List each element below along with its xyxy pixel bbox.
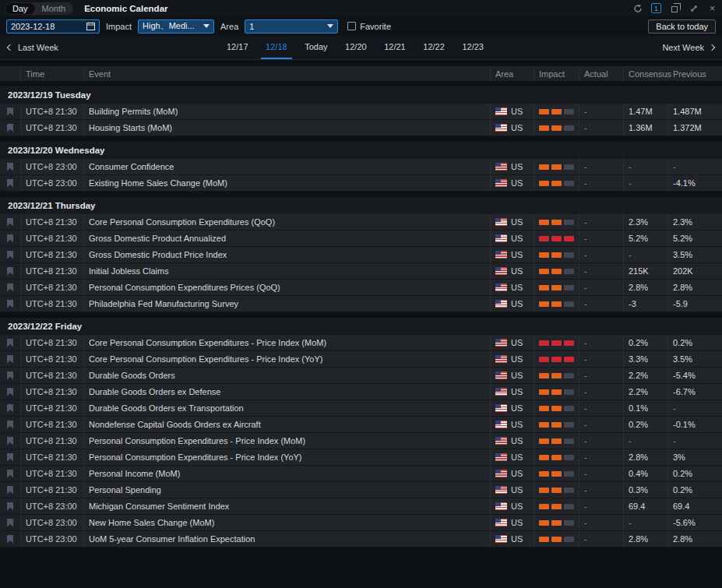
actual-value: - <box>579 120 624 136</box>
week-day-12-18[interactable]: 12/18 <box>261 36 292 59</box>
week-day-12-20[interactable]: 12/20 <box>340 36 372 59</box>
event-row[interactable]: UTC+8 21:30Building Permits (MoM)US-1.47… <box>0 104 722 120</box>
impact-bar <box>539 488 549 493</box>
bookmark-icon[interactable] <box>7 421 13 429</box>
impact-bar <box>539 438 549 444</box>
tab-day[interactable]: Day <box>5 3 35 14</box>
impact-medium-indicator <box>539 455 574 460</box>
bookmark-icon[interactable] <box>7 339 13 347</box>
bookmark-icon[interactable] <box>7 470 13 478</box>
impact-cell <box>534 368 579 383</box>
area-cell: US <box>491 400 534 416</box>
bookmark-icon[interactable] <box>7 437 13 445</box>
event-row[interactable]: UTC+8 21:30Personal Consumption Expendit… <box>0 280 722 296</box>
bookmark-icon[interactable] <box>7 388 13 396</box>
event-row[interactable]: UTC+8 23:00UoM 5-year Consumer Inflation… <box>0 531 722 548</box>
impact-select[interactable]: High、Medi... <box>138 19 214 33</box>
previous-value: -5.9 <box>668 296 722 312</box>
event-row[interactable]: UTC+8 21:30Nondefense Capital Goods Orde… <box>0 417 722 433</box>
event-row[interactable]: UTC+8 21:30Gross Domestic Product Annual… <box>0 231 722 247</box>
bookmark-cell <box>0 400 21 416</box>
actual-value: - <box>579 335 624 350</box>
event-row[interactable]: UTC+8 23:00Michigan Consumer Sentiment I… <box>0 498 722 515</box>
back-to-today-button[interactable]: Back to today <box>648 19 716 33</box>
event-time: UTC+8 21:30 <box>21 384 84 400</box>
event-row[interactable]: UTC+8 21:30Housing Starts (MoM)US-1.36M1… <box>0 120 722 136</box>
consensus-value: 2.8% <box>624 531 668 547</box>
impact-bar <box>564 340 574 346</box>
favorite-filter[interactable]: Favorite <box>347 22 391 31</box>
week-day-today[interactable]: Today <box>300 36 332 59</box>
impact-cell <box>534 247 579 262</box>
refresh-icon[interactable] <box>632 3 643 13</box>
bookmark-icon[interactable] <box>7 267 13 276</box>
event-name: Building Permits (MoM) <box>84 104 491 119</box>
event-row[interactable]: UTC+8 21:30Personal Income (MoM)US-0.4%0… <box>0 466 722 482</box>
event-row[interactable]: UTC+8 21:30Initial Jobless ClaimsUS-215K… <box>0 263 722 280</box>
event-row[interactable]: UTC+8 21:30Core Personal Consumption Exp… <box>0 351 722 368</box>
event-row[interactable]: UTC+8 23:00New Home Sales Change (MoM)US… <box>0 515 722 531</box>
date-picker-input[interactable]: 2023-12-18 <box>6 19 100 33</box>
impact-medium-indicator <box>539 471 574 477</box>
window-count-badge[interactable]: 1 <box>651 3 661 13</box>
impact-bar <box>564 164 574 170</box>
impact-cell <box>534 515 579 530</box>
us-flag-icon <box>495 453 507 461</box>
event-time: UTC+8 21:30 <box>21 351 84 367</box>
bookmark-icon[interactable] <box>7 179 13 188</box>
header-previous: Previous <box>668 66 722 81</box>
event-row[interactable]: UTC+8 23:00Existing Home Sales Change (M… <box>0 175 722 192</box>
bookmark-icon[interactable] <box>7 535 13 544</box>
impact-bar <box>564 181 574 186</box>
bookmark-icon[interactable] <box>7 486 13 495</box>
impact-bar <box>551 422 562 428</box>
bookmark-icon[interactable] <box>7 404 13 413</box>
event-row[interactable]: UTC+8 21:30Core Personal Consumption Exp… <box>0 335 722 351</box>
event-row[interactable]: UTC+8 21:30Philadelphia Fed Manufacturin… <box>0 296 722 312</box>
event-row[interactable]: UTC+8 21:30Durable Goods Orders ex Defen… <box>0 384 722 400</box>
actual-value: - <box>579 449 624 465</box>
us-flag-icon <box>495 267 507 275</box>
close-icon[interactable]: × <box>707 3 717 13</box>
next-week-button[interactable]: Next Week <box>662 43 714 52</box>
event-row[interactable]: UTC+8 23:00Consumer ConfidenceUS--- <box>0 159 722 175</box>
bookmark-icon[interactable] <box>7 283 13 292</box>
area-cell: US <box>491 384 534 400</box>
bookmark-icon[interactable] <box>7 218 13 227</box>
bookmark-icon[interactable] <box>7 502 13 511</box>
event-row[interactable]: UTC+8 21:30Durable Goods OrdersUS-2.2%-5… <box>0 368 722 384</box>
bookmark-cell <box>0 449 21 465</box>
bookmark-icon[interactable] <box>7 234 13 243</box>
event-row[interactable]: UTC+8 21:30Core Personal Consumption Exp… <box>0 214 722 231</box>
event-row[interactable]: UTC+8 21:30Gross Domestic Product Price … <box>0 247 722 263</box>
impact-cell <box>534 296 579 312</box>
bookmark-icon[interactable] <box>7 163 13 171</box>
week-day-12-22[interactable]: 12/22 <box>418 36 449 59</box>
bookmark-icon[interactable] <box>7 371 13 380</box>
impact-bar <box>551 357 562 362</box>
bookmark-icon[interactable] <box>7 519 13 527</box>
restore-window-icon[interactable] <box>670 3 680 13</box>
bookmark-icon[interactable] <box>7 251 13 259</box>
bookmark-icon[interactable] <box>7 355 13 364</box>
event-row[interactable]: UTC+8 21:30Personal SpendingUS-0.3%0.2% <box>0 482 722 498</box>
last-week-button[interactable]: Last Week <box>8 43 58 52</box>
bookmark-icon[interactable] <box>7 453 13 462</box>
week-day-12-17[interactable]: 12/17 <box>222 36 253 59</box>
chevron-down-icon <box>203 24 210 28</box>
week-day-12-21[interactable]: 12/21 <box>379 36 410 59</box>
event-row[interactable]: UTC+8 21:30Personal Consumption Expendit… <box>0 433 722 449</box>
bookmark-icon[interactable] <box>7 124 13 132</box>
event-row[interactable]: UTC+8 21:30Personal Consumption Expendit… <box>0 449 722 466</box>
expand-icon[interactable] <box>689 3 699 13</box>
tab-month[interactable]: Month <box>35 3 73 14</box>
impact-bar <box>539 125 549 131</box>
week-day-12-23[interactable]: 12/23 <box>457 36 488 59</box>
previous-value: - <box>668 433 722 449</box>
us-flag-icon <box>495 234 507 242</box>
area-select[interactable]: 1 <box>245 19 338 33</box>
bookmark-icon[interactable] <box>7 107 13 116</box>
event-row[interactable]: UTC+8 21:30Durable Goods Orders ex Trans… <box>0 400 722 417</box>
bookmark-icon[interactable] <box>7 300 13 308</box>
favorite-checkbox[interactable] <box>347 22 356 30</box>
